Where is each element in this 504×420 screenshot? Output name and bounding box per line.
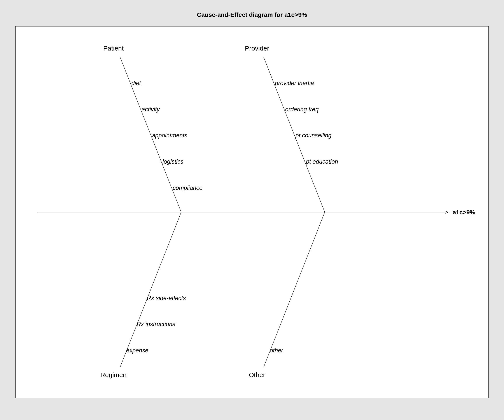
cause-provider-2: pt counselling bbox=[295, 132, 332, 139]
cause-patient-1: activity bbox=[142, 106, 160, 113]
effect-label: a1c>9% bbox=[453, 209, 475, 216]
cause-regimen-1: Rx instructions bbox=[137, 321, 175, 327]
cause-patient-2: appointments bbox=[152, 132, 187, 139]
cause-regimen-2: expense bbox=[126, 347, 149, 354]
cause-provider-1: ordering freq bbox=[285, 106, 319, 113]
bone-other bbox=[264, 212, 325, 367]
diagram-title: Cause-and-Effect diagram for a1c>9% bbox=[0, 0, 504, 18]
category-patient: Patient bbox=[103, 45, 124, 52]
cause-patient-0: diet bbox=[132, 80, 141, 86]
category-regimen: Regimen bbox=[100, 371, 127, 378]
cause-provider-0: provider inertia bbox=[275, 80, 314, 86]
category-provider: Provider bbox=[245, 45, 269, 52]
cause-regimen-0: Rx side-effects bbox=[147, 295, 186, 301]
bone-regimen bbox=[120, 212, 181, 367]
cause-patient-3: logistics bbox=[162, 158, 183, 165]
cause-patient-4: compliance bbox=[173, 185, 202, 191]
cause-other-0: other bbox=[270, 347, 283, 354]
chart-container: a1c>9% Patient diet activity appointment… bbox=[15, 26, 489, 398]
category-other: Other bbox=[249, 371, 265, 378]
fishbone-svg: a1c>9% Patient diet activity appointment… bbox=[16, 26, 488, 398]
cause-provider-3: pt education bbox=[306, 158, 338, 165]
